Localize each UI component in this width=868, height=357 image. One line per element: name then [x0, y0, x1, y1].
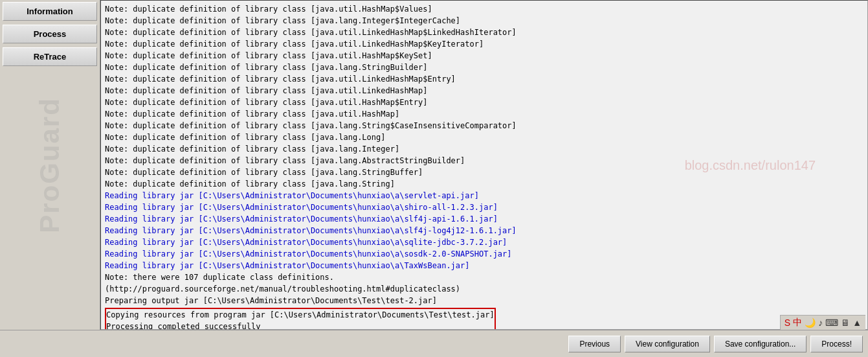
sidebar-btn-retrace[interactable]: ReTrace: [3, 47, 97, 66]
main-container: ProGuard Information Process ReTrace Not…: [0, 0, 868, 330]
footer: Previous View configuration Save configu…: [0, 330, 868, 357]
log-line: Note: duplicate definition of library cl…: [105, 132, 863, 143]
system-tray: S中🌙♪⌨🖥▲: [780, 315, 865, 330]
keyboard-icon[interactable]: ⌨: [825, 317, 838, 328]
log-line: Note: there were 107 duplicate class def…: [105, 271, 863, 283]
log-line: Note: duplicate definition of library cl…: [105, 73, 863, 85]
up-icon[interactable]: ▲: [852, 317, 862, 328]
log-line: Note: duplicate definition of library cl…: [105, 27, 863, 38]
ime-icon[interactable]: 中: [793, 317, 802, 328]
log-line: Note: duplicate definition of library cl…: [105, 15, 863, 27]
log-line: Reading library jar [C:\Users\Administra…: [105, 190, 863, 202]
log-line: Note: duplicate definition of library cl…: [105, 85, 863, 97]
sidebar-btn-information[interactable]: Information: [3, 2, 97, 21]
sidebar-watermark: ProGuard: [34, 97, 65, 233]
previous-button[interactable]: Previous: [568, 336, 621, 352]
highlight-box: Copying resources from program jar [C:\U…: [105, 308, 496, 330]
log-line: Note: duplicate definition of library cl…: [105, 108, 863, 120]
monitor-icon[interactable]: 🖥: [841, 317, 850, 328]
log-line: Note: duplicate definition of library cl…: [105, 3, 863, 15]
process-button[interactable]: Process!: [810, 336, 863, 352]
music-icon[interactable]: ♪: [818, 317, 823, 328]
log-line: Note: duplicate definition of library cl…: [105, 178, 863, 190]
sogou-icon[interactable]: S: [785, 317, 790, 328]
log-line: Reading library jar [C:\Users\Administra…: [105, 248, 863, 260]
log-line: Reading library jar [C:\Users\Administra…: [105, 213, 863, 225]
save-configuration-button[interactable]: Save configuration...: [714, 336, 807, 352]
sidebar: ProGuard Information Process ReTrace: [0, 0, 100, 330]
log-line: Note: duplicate definition of library cl…: [105, 38, 863, 50]
log-line: Note: duplicate definition of library cl…: [105, 50, 863, 62]
log-area[interactable]: Note: duplicate definition of library cl…: [100, 0, 868, 330]
log-line: (http://proguard.sourceforge.net/manual/…: [105, 283, 863, 295]
log-line: Reading library jar [C:\Users\Administra…: [105, 260, 863, 271]
log-line: Note: duplicate definition of library cl…: [105, 97, 863, 108]
log-line: Note: duplicate definition of library cl…: [105, 143, 863, 155]
moon-icon[interactable]: 🌙: [805, 317, 816, 328]
log-line-success: Processing completed successfully: [106, 321, 495, 330]
view-configuration-button[interactable]: View configuration: [625, 336, 710, 352]
log-line: Note: duplicate definition of library cl…: [105, 155, 863, 167]
log-line: Note: duplicate definition of library cl…: [105, 167, 863, 178]
sidebar-btn-process[interactable]: Process: [3, 25, 97, 43]
log-line: Preparing output jar [C:\Users\Administr…: [105, 295, 863, 306]
log-line: Reading library jar [C:\Users\Administra…: [105, 236, 863, 248]
log-line: Reading library jar [C:\Users\Administra…: [105, 202, 863, 213]
log-line-copying: Copying resources from program jar [C:\U…: [106, 309, 495, 321]
log-line: Note: duplicate definition of library cl…: [105, 62, 863, 73]
log-line: Note: duplicate definition of library cl…: [105, 120, 863, 132]
log-line: Reading library jar [C:\Users\Administra…: [105, 225, 863, 236]
